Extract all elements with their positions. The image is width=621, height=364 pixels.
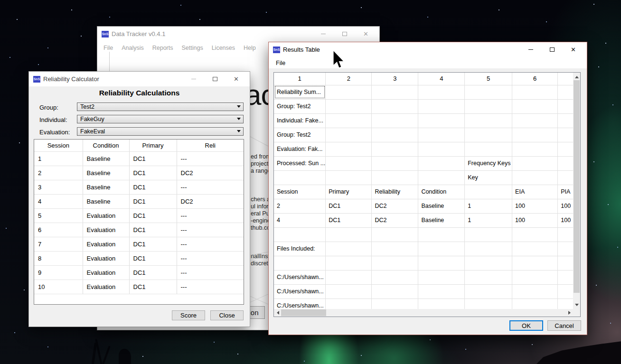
grid-cell[interactable] [372,242,418,256]
grid-cell[interactable]: Session [274,185,326,199]
grid-cell[interactable] [418,284,465,299]
grid-cell[interactable]: 100 [558,199,574,213]
minimize-button[interactable] [520,42,541,57]
horizontal-scrollbar-thumb[interactable] [281,309,326,316]
group-dropdown[interactable]: Test2 [77,103,244,111]
grid-cell[interactable] [326,256,372,270]
grid-cell[interactable] [512,227,558,242]
score-button[interactable]: Score [172,310,205,320]
grid-cell[interactable]: Individual: Fake... [274,113,326,128]
grid-cell[interactable] [512,156,558,170]
maximize-button[interactable] [541,42,563,57]
grid-cell[interactable] [512,284,558,299]
maximize-button[interactable] [204,72,226,86]
grid-cell[interactable] [274,227,326,242]
grid-cell[interactable]: PIA [558,185,574,199]
grid-cell[interactable] [558,156,574,170]
scroll-up-button[interactable] [573,74,580,80]
close-button[interactable]: ✕ [355,27,376,41]
grid-cell[interactable] [326,142,372,156]
table-row[interactable]: 3BaselineDC1--- [34,180,244,194]
horizontal-scrollbar[interactable] [274,309,574,317]
ok-button[interactable]: OK [509,320,543,331]
evaluation-dropdown[interactable]: FakeEval [77,127,244,136]
scroll-left-button[interactable] [275,309,281,317]
grid-cell[interactable] [558,142,574,156]
grid-cell[interactable]: Files Included: [274,242,326,256]
scroll-right-button[interactable] [566,309,573,317]
grid-cell[interactable] [372,128,418,142]
menu-licenses[interactable]: Licenses [207,43,239,53]
grid-cell[interactable] [558,99,574,113]
table-row[interactable]: 2BaselineDC1DC2 [34,166,244,180]
grid-cell[interactable]: Baseline [418,199,465,213]
menu-file[interactable]: File [99,43,117,53]
grid-cell[interactable] [418,256,465,270]
grid-cell[interactable] [372,142,418,156]
grid-column-header[interactable]: 5 [465,73,512,85]
grid-cell[interactable] [558,299,574,309]
grid-cell[interactable] [372,85,418,99]
minimize-button[interactable] [312,27,334,41]
grid-cell[interactable]: Primary [326,185,372,199]
table-row[interactable]: 1BaselineDC1--- [34,151,244,166]
grid-cell[interactable] [465,185,512,199]
grid-column-header[interactable]: 6 [512,73,558,85]
grid-cell[interactable]: Reliability Sum... [274,85,326,99]
grid-cell[interactable] [418,113,465,128]
grid-cell[interactable] [465,142,512,156]
grid-cell[interactable] [418,128,465,142]
grid-cell[interactable] [558,128,574,142]
grid-cell[interactable]: C:/Users/shawn... [274,284,326,299]
grid-cell[interactable] [512,270,558,284]
grid-cell[interactable] [465,85,512,99]
grid-cell[interactable] [372,299,418,309]
grid-cell[interactable] [512,170,558,185]
grid-cell[interactable] [418,99,465,113]
close-button[interactable]: ✕ [226,72,247,86]
grid-cell[interactable] [418,156,465,170]
vertical-scrollbar[interactable] [573,73,580,309]
grid-cell[interactable] [558,113,574,128]
grid-cell[interactable] [558,242,574,256]
grid-cell[interactable] [326,299,372,309]
grid-cell[interactable]: C:/Users/shawn... [274,270,326,284]
table-row[interactable]: 5EvaluationDC1--- [34,208,244,223]
reliability-calculator-titlebar[interactable]: SnS Reliability Calculator ✕ [29,72,250,86]
grid-cell[interactable] [418,170,465,185]
grid-cell[interactable] [465,99,512,113]
grid-cell[interactable] [274,170,326,185]
grid-cell[interactable] [512,128,558,142]
grid-cell[interactable] [326,85,372,99]
grid-column-header[interactable]: 1 [274,73,326,85]
grid-cell[interactable] [558,170,574,185]
minimize-button[interactable] [183,72,204,86]
grid-cell[interactable] [418,242,465,256]
grid-cell[interactable] [326,156,372,170]
grid-cell[interactable] [372,156,418,170]
grid-cell[interactable] [418,227,465,242]
grid-cell[interactable] [326,99,372,113]
menu-file[interactable]: File [273,58,288,68]
grid-cell[interactable] [512,242,558,256]
table-row[interactable]: 4BaselineDC1DC2 [34,194,244,208]
grid-cell[interactable] [274,256,326,270]
grid-cell[interactable] [558,270,574,284]
grid-cell[interactable] [372,256,418,270]
maximize-button[interactable] [334,27,355,41]
table-row[interactable]: 7EvaluationDC1--- [34,237,244,251]
table-row[interactable]: 9EvaluationDC1--- [34,265,244,280]
grid-cell[interactable]: 4 [274,213,326,227]
grid-cell[interactable] [418,299,465,309]
grid-column-header[interactable]: 3 [372,73,418,85]
grid-cell[interactable]: 1 [465,199,512,213]
grid-cell[interactable]: Group: Test2 [274,128,326,142]
grid-cell[interactable] [372,227,418,242]
grid-cell[interactable] [372,170,418,185]
grid-cell[interactable] [512,99,558,113]
grid-cell[interactable] [465,227,512,242]
grid-cell[interactable]: C:/Users/shawn... [274,299,326,309]
grid-cell[interactable]: DC2 [372,199,418,213]
grid-cell[interactable] [465,299,512,309]
close-button[interactable]: ✕ [563,42,584,57]
